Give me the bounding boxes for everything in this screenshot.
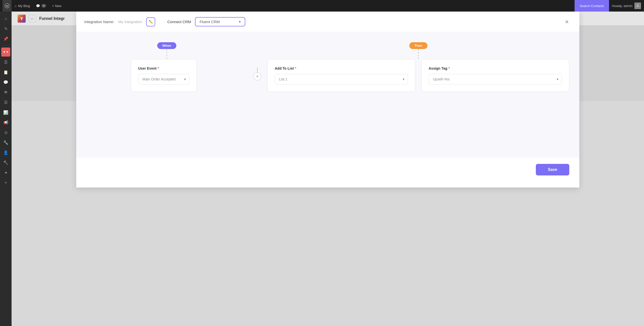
modal-body: When User Event * Main Order Accepted <box>76 32 579 158</box>
sidebar-item-editor[interactable]: ✎ <box>1 24 10 33</box>
modal-header: Integration Name: My Integration ✏️ Conn… <box>76 12 579 32</box>
add-to-list-select-wrapper: List 1 List 2 List 3 ▾ <box>275 74 408 84</box>
user-event-select[interactable]: Main Order Accepted Order Bumps Accepted… <box>138 74 189 84</box>
add-to-list-required: * <box>295 66 296 70</box>
user-event-select-wrapper: Main Order Accepted Order Bumps Accepted… <box>138 74 189 84</box>
sidebar-item-funnel[interactable]: ▼▼ <box>1 48 10 57</box>
sidebar-item-pin[interactable]: 📌 <box>1 34 10 43</box>
new-label: + New <box>52 4 61 8</box>
topbar-comments[interactable]: 💬 0 <box>33 0 49 12</box>
sidebar-item-tools[interactable]: 🔧 <box>1 138 10 147</box>
svg-text:W: W <box>6 5 9 8</box>
howdy-label: Howdy, admin <box>612 4 632 8</box>
topbar-my-blog[interactable]: ⌂ My Blog <box>12 0 33 12</box>
connect-crm-label: Connect CRM <box>167 20 191 24</box>
edit-name-button[interactable]: ✏️ <box>146 17 155 26</box>
save-button[interactable]: Save <box>536 164 569 175</box>
sidebar-item-reports[interactable]: ☰ <box>1 98 10 107</box>
house-icon: ⌂ <box>15 4 17 8</box>
sidebar-item-analytics[interactable]: 📊 <box>1 108 10 117</box>
when-card: User Event * Main Order Accepted Order B… <box>131 59 197 92</box>
integration-name-label: Integration Name: <box>84 20 114 24</box>
crm-selected-value: Fluent CRM <box>199 20 236 24</box>
sidebar-item-add[interactable]: + <box>1 178 10 187</box>
save-btn-area: Save <box>76 158 579 181</box>
sidebar: ⌂ ✎ 📌 ▼▼ ☰ 📋 💬 W ☰ 📊 📢 ⊙ 🔧 👤 🔨 ✦ + <box>0 12 12 326</box>
integration-name-value: My Integration <box>118 20 142 24</box>
assign-tag-card: Assign Tag * Upsell-Yes Upsell-No New Cu… <box>421 59 569 92</box>
flow-when-column: When User Event * Main Order Accepted <box>86 42 247 92</box>
assign-tag-label: Assign Tag * <box>429 66 562 70</box>
then-dashed-line <box>418 49 419 59</box>
add-step-line-top <box>257 67 258 72</box>
sidebar-item-customize[interactable]: 🔨 <box>1 158 10 167</box>
add-to-list-card: Add To List * List 1 List 2 List 3 ▾ <box>267 59 415 92</box>
sidebar-item-circle[interactable]: ⊙ <box>1 128 10 137</box>
sidebar-item-clipboard[interactable]: 📋 <box>1 68 10 77</box>
crm-select[interactable]: Fluent CRM ▾ <box>195 17 245 26</box>
assign-tag-select-wrapper: Upsell-Yes Upsell-No New Customer ▾ <box>429 74 562 84</box>
topbar-howdy[interactable]: Howdy, admin A <box>609 0 644 12</box>
sidebar-item-home[interactable]: ⌂ <box>1 14 10 23</box>
close-icon: ✕ <box>565 19 569 25</box>
wp-logo[interactable]: W <box>3 0 12 12</box>
add-step-line: + <box>253 67 261 80</box>
when-badge: When <box>157 42 176 49</box>
user-event-label: User Event * <box>138 66 189 70</box>
add-step-col: + <box>247 42 267 80</box>
sidebar-item-campaigns[interactable]: 📢 <box>1 118 10 127</box>
search-contacts-button[interactable]: Search Contacts <box>575 0 609 12</box>
sidebar-divider-1 <box>2 45 9 45</box>
modal-overlay: Integration Name: My Integration ✏️ Conn… <box>12 12 644 326</box>
add-step-button[interactable]: + <box>253 72 261 80</box>
add-to-list-select[interactable]: List 1 List 2 List 3 <box>275 74 408 84</box>
plus-icon: + <box>256 74 259 79</box>
topbar-new[interactable]: + New <box>49 0 64 12</box>
close-modal-button[interactable]: ✕ <box>562 17 571 26</box>
then-cards-row: Add To List * List 1 List 2 List 3 ▾ <box>267 59 569 92</box>
sidebar-item-woo[interactable]: W <box>1 88 10 97</box>
crm-chevron-icon: ▾ <box>239 20 241 24</box>
comment-count: 0 <box>42 4 46 8</box>
sidebar-item-orders[interactable]: ☰ <box>1 58 10 67</box>
add-to-list-label: Add To List * <box>275 66 408 70</box>
assign-tag-select[interactable]: Upsell-Yes Upsell-No New Customer <box>429 74 562 84</box>
when-dashed-line <box>167 49 167 59</box>
user-event-required: * <box>157 66 159 70</box>
my-blog-label: My Blog <box>18 4 30 8</box>
sidebar-item-user[interactable]: 👤 <box>1 148 10 157</box>
pencil-icon: ✏️ <box>149 20 153 24</box>
topbar: W ⌂ My Blog 💬 0 + New Search Contacts Ho… <box>0 0 644 12</box>
comment-icon: 💬 <box>36 4 40 8</box>
flow-row: When User Event * Main Order Accepted <box>86 42 569 92</box>
flow-then-column: Then Add To List * <box>267 42 569 92</box>
sidebar-item-star[interactable]: ✦ <box>1 168 10 177</box>
integration-modal: Integration Name: My Integration ✏️ Conn… <box>76 12 579 188</box>
then-badge: Then <box>409 42 427 49</box>
sidebar-item-comment[interactable]: 💬 <box>1 78 10 87</box>
funnel-icon: ▼▼ <box>3 50 9 54</box>
avatar: A <box>634 3 641 9</box>
assign-tag-required: * <box>448 66 450 70</box>
